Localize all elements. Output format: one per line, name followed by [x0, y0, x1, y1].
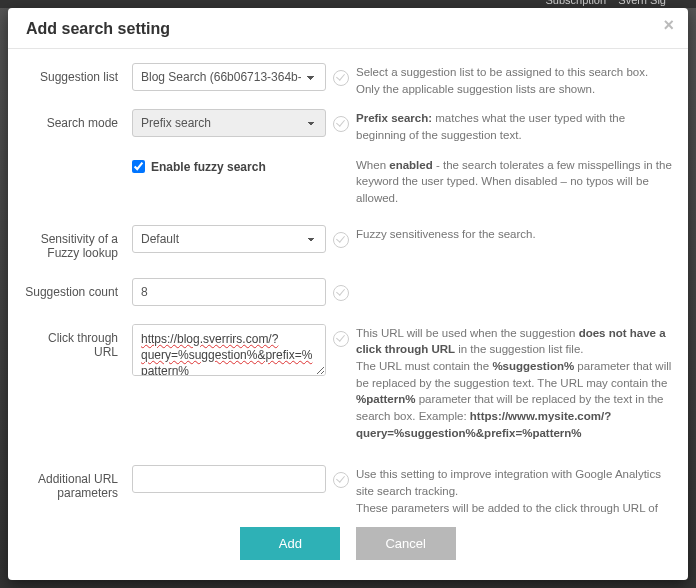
row-suggestion-list: Suggestion list Blog Search (66b06713-36…	[24, 63, 672, 97]
label-additional-params: Additional URL parameters	[24, 465, 132, 500]
cancel-button[interactable]: Cancel	[356, 527, 456, 560]
check-icon	[333, 116, 349, 132]
row-fuzzy: Enable fuzzy search When enabled - the s…	[24, 156, 672, 207]
enable-fuzzy-label: Enable fuzzy search	[151, 160, 266, 174]
sensitivity-select[interactable]: Default	[132, 225, 326, 253]
modal-title: Add search setting	[26, 20, 670, 38]
topbar-user: Sverri Sig	[618, 0, 666, 6]
row-additional-params: Additional URL parameters Use this setti…	[24, 465, 672, 517]
row-sensitivity: Sensitivity of a Fuzzy lookup Default Fu…	[24, 225, 672, 260]
modal-header: Add search setting ×	[8, 8, 688, 49]
help-search-mode: Prefix search: matches what the user typ…	[356, 109, 672, 143]
help-additional-params: Use this setting to improve integration …	[356, 465, 672, 517]
topbar-subscription: Subscription	[546, 0, 607, 6]
modal-footer: Add Cancel	[8, 517, 688, 580]
check-icon	[333, 232, 349, 248]
check-icon	[333, 285, 349, 301]
check-icon	[333, 70, 349, 86]
label-click-through: Click through URL	[24, 324, 132, 359]
suggestion-count-input[interactable]	[132, 278, 326, 306]
check-icon	[333, 331, 349, 347]
suggestion-list-select[interactable]: Blog Search (66b06713-364b-4d72	[132, 63, 326, 91]
enable-fuzzy-checkbox[interactable]	[132, 160, 145, 173]
row-click-through: Click through URL https://blog.sverrirs.…	[24, 324, 672, 442]
row-suggestion-count: Suggestion count	[24, 278, 672, 306]
check-icon	[333, 472, 349, 488]
topbar: Subscription Sverri Sig	[0, 0, 696, 8]
app-backdrop: Subscription Sverri Sig Add search setti…	[0, 0, 696, 588]
help-sensitivity: Fuzzy sensitiveness for the search.	[356, 225, 672, 243]
modal-body: Suggestion list Blog Search (66b06713-36…	[8, 49, 688, 517]
row-search-mode: Search mode Prefix search Prefix search:…	[24, 109, 672, 143]
label-search-mode: Search mode	[24, 109, 132, 130]
click-through-textarea[interactable]: https://blog.sverrirs.com/?query=%sugges…	[132, 324, 326, 376]
add-button[interactable]: Add	[240, 527, 340, 560]
label-suggestion-list: Suggestion list	[24, 63, 132, 84]
close-icon[interactable]: ×	[663, 16, 674, 34]
add-search-setting-modal: Add search setting × Suggestion list Blo…	[8, 8, 688, 580]
help-suggestion-list: Select a suggestion list to be assigned …	[356, 63, 672, 97]
help-fuzzy: When enabled - the search tolerates a fe…	[356, 156, 672, 207]
help-click-through: This URL will be used when the suggestio…	[356, 324, 672, 442]
label-suggestion-count: Suggestion count	[24, 278, 132, 299]
search-mode-select[interactable]: Prefix search	[132, 109, 326, 137]
label-sensitivity: Sensitivity of a Fuzzy lookup	[24, 225, 132, 260]
additional-params-input[interactable]	[132, 465, 326, 493]
